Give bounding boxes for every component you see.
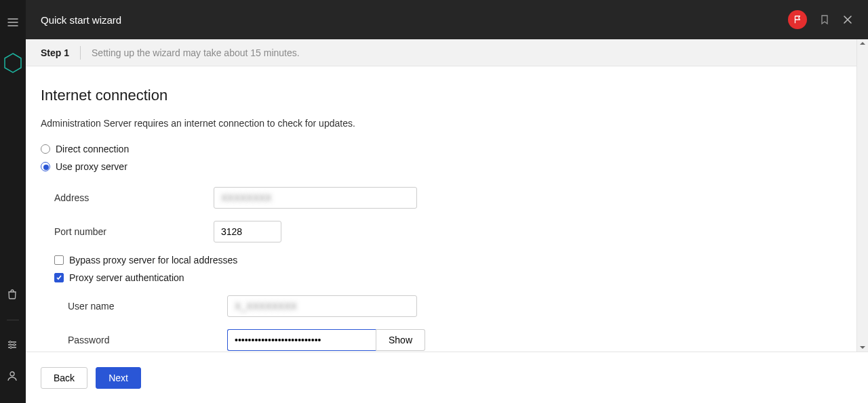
step-divider bbox=[80, 46, 81, 60]
password-input[interactable] bbox=[227, 329, 376, 351]
svg-point-3 bbox=[10, 372, 14, 376]
auth-fields-group: User name X_XXXXXXXX Password Show bbox=[54, 295, 853, 351]
app-left-sidebar bbox=[0, 0, 26, 403]
radio-icon-checked bbox=[41, 162, 50, 171]
svg-point-1 bbox=[14, 344, 16, 346]
bookmark-icon[interactable] bbox=[819, 14, 830, 25]
svg-point-2 bbox=[10, 347, 12, 349]
step-bar: Step 1 Setting up the wizard may take ab… bbox=[26, 39, 868, 66]
user-icon[interactable] bbox=[7, 370, 19, 383]
next-button[interactable]: Next bbox=[96, 367, 141, 389]
password-label: Password bbox=[68, 335, 227, 345]
flag-badge-button[interactable] bbox=[788, 10, 807, 29]
brand-hexagon-icon bbox=[4, 53, 22, 73]
radio-direct-label: Direct connection bbox=[56, 144, 129, 154]
radio-direct-connection[interactable]: Direct connection bbox=[41, 144, 853, 154]
checkbox-icon bbox=[54, 255, 64, 265]
username-input[interactable]: X_XXXXXXXX bbox=[227, 295, 417, 317]
wizard-footer: Back Next bbox=[26, 352, 868, 403]
modal-title: Quick start wizard bbox=[41, 14, 121, 26]
proxy-settings-group: Address XXXXXXXX Port number Bypass prox… bbox=[41, 187, 853, 351]
bypass-checkbox[interactable]: Bypass proxy server for local addresses bbox=[54, 255, 853, 266]
wizard-modal: Quick start wizard Step 1 Setting up the… bbox=[26, 0, 868, 403]
auth-label: Proxy server authentication bbox=[69, 272, 184, 283]
checkbox-icon-checked bbox=[54, 273, 64, 282]
username-label: User name bbox=[68, 301, 227, 312]
bag-icon[interactable] bbox=[7, 289, 19, 301]
auth-checkbox[interactable]: Proxy server authentication bbox=[54, 272, 853, 283]
scrollbar[interactable] bbox=[856, 39, 868, 352]
show-password-button[interactable]: Show bbox=[376, 329, 425, 351]
radio-icon bbox=[41, 144, 50, 154]
section-title: Internet connection bbox=[41, 87, 853, 104]
header-actions bbox=[788, 10, 853, 29]
bypass-label: Bypass proxy server for local addresses bbox=[69, 255, 237, 266]
radio-proxy-label: Use proxy server bbox=[56, 161, 127, 172]
port-input[interactable] bbox=[214, 221, 281, 242]
radio-use-proxy[interactable]: Use proxy server bbox=[41, 161, 853, 172]
wizard-content: Internet connection Administration Serve… bbox=[26, 66, 868, 352]
menu-icon[interactable] bbox=[7, 16, 19, 28]
close-icon[interactable] bbox=[842, 14, 853, 25]
scroll-up-icon[interactable] bbox=[860, 42, 865, 45]
sliders-icon[interactable] bbox=[7, 339, 19, 352]
section-description: Administration Server requires an intern… bbox=[41, 118, 853, 129]
svg-point-0 bbox=[9, 341, 12, 343]
address-label: Address bbox=[54, 192, 214, 203]
step-number: Step 1 bbox=[41, 47, 69, 58]
scroll-down-icon[interactable] bbox=[860, 346, 865, 349]
address-input[interactable]: XXXXXXXX bbox=[214, 187, 417, 209]
sidebar-divider bbox=[7, 320, 19, 320]
port-label: Port number bbox=[54, 226, 214, 237]
modal-header: Quick start wizard bbox=[26, 0, 868, 39]
step-description: Setting up the wizard may take about 15 … bbox=[92, 47, 300, 58]
back-button[interactable]: Back bbox=[41, 367, 87, 389]
